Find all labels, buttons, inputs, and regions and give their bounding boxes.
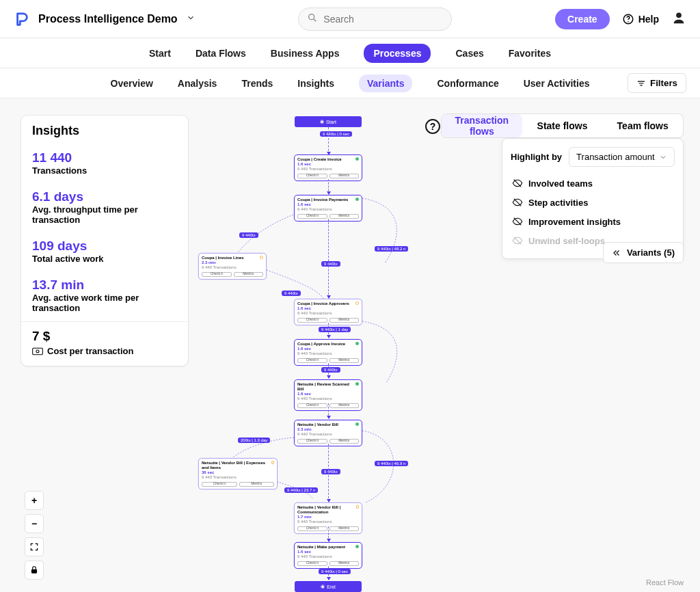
option-improvement-insights[interactable]: Improvement insights <box>511 212 675 231</box>
zoom-out-button[interactable]: − <box>25 514 44 533</box>
node-tx: 9 440 Transactions <box>297 396 359 401</box>
end-node[interactable]: ◉ End <box>295 581 362 592</box>
tab-start[interactable]: Start <box>149 48 171 59</box>
option-step-activities[interactable]: Step activities <box>511 193 675 212</box>
node-make-payment[interactable]: Netsuite | Make payment 1.6 sec 9 440 Tr… <box>294 542 362 569</box>
chip-check[interactable]: Check it <box>297 561 327 566</box>
node-time: 1.6 sec <box>297 162 359 167</box>
workspace-name[interactable]: Process Intelligence Demo <box>38 13 178 25</box>
chip-check[interactable]: Check it <box>297 174 327 178</box>
topbar: Process Intelligence Demo Create Help <box>0 0 700 38</box>
variants-button[interactable]: Variants (5) <box>603 242 684 263</box>
node-tx: 9 440 Transactions <box>297 520 359 524</box>
highlight-select[interactable]: Transaction amount <box>569 147 675 167</box>
subtab-user-activities[interactable]: User Activities <box>524 78 590 89</box>
chip-check[interactable]: Check it <box>297 526 327 531</box>
node-title: Coupa | Invoice Approvers <box>297 301 349 306</box>
chip-metrics[interactable]: Metrics <box>329 358 360 363</box>
chip-metrics[interactable]: Metrics <box>329 439 360 444</box>
node-title: Netsuite | Review Scanned Bill <box>297 382 355 392</box>
chip-metrics[interactable]: Metrics <box>329 561 360 566</box>
chip-check[interactable]: Check it <box>297 318 327 323</box>
secondary-tabs: Overview Analysis Trends Insights Varian… <box>0 68 700 98</box>
edge-label: 9 440tx | 46.9 n <box>375 461 408 466</box>
edge-label: 9 440tx <box>321 469 340 474</box>
node-time: 36 sec <box>202 470 274 475</box>
node-approve-invoice[interactable]: Coupa | Approve Invoice 1.6 sec 9 440 Tr… <box>294 339 362 366</box>
node-title: Netsuite | Vendor Bill | Communication <box>297 505 356 515</box>
subtab-conformance[interactable]: Conformance <box>437 78 498 89</box>
chip-check[interactable]: Check it <box>202 272 232 277</box>
chip-metrics[interactable]: Metrics <box>329 318 360 323</box>
subtab-variants[interactable]: Variants <box>359 75 412 92</box>
svg-rect-6 <box>31 569 37 574</box>
node-tx: 9 440 Transactions <box>297 311 359 316</box>
fit-icon <box>29 542 39 552</box>
chip-metrics[interactable]: Metrics <box>239 482 275 487</box>
chip-metrics[interactable]: Metrics <box>329 526 360 531</box>
start-node[interactable]: ◉ Start <box>295 116 362 127</box>
tab-processes[interactable]: Processes <box>364 44 431 63</box>
svg-point-3 <box>676 12 682 18</box>
edge-label: 9 440tx | 0 sec <box>319 569 351 574</box>
zoom-controls: + − <box>25 491 44 580</box>
chip-metrics[interactable]: Metrics <box>329 403 360 408</box>
money-icon <box>32 347 43 355</box>
chip-check[interactable]: Check it <box>297 214 327 219</box>
subtab-trends[interactable]: Trends <box>241 78 273 89</box>
user-avatar[interactable] <box>671 10 686 27</box>
insights-title: Insights <box>21 116 188 145</box>
chip-check[interactable]: Check it <box>297 358 327 363</box>
flow-diagram[interactable]: ◉ Start 9 440tx | 0 sec Coupa | Create I… <box>198 116 479 581</box>
tab-cases[interactable]: Cases <box>455 48 483 59</box>
flowtab-state[interactable]: State flows <box>522 114 603 137</box>
node-title: Netsuite | Make payment <box>297 545 345 550</box>
option-label: Unwind self-loops <box>528 236 605 246</box>
chip-check[interactable]: Check it <box>297 439 327 444</box>
svg-point-2 <box>628 21 629 22</box>
chip-metrics[interactable]: Metrics <box>329 214 360 219</box>
option-label: Improvement insights <box>528 217 621 227</box>
chip-check[interactable]: Check it <box>202 482 237 487</box>
chip-metrics[interactable]: Metrics <box>234 272 264 277</box>
chip-check[interactable]: Check it <box>297 403 327 408</box>
start-label: Start <box>326 120 336 124</box>
attribution: React Flow <box>646 578 684 587</box>
metric-throughput-value: 6.1 days <box>32 189 177 204</box>
eye-off-icon <box>512 178 523 189</box>
create-button[interactable]: Create <box>555 9 610 29</box>
node-title: Coupa | Approve Invoice <box>297 342 345 347</box>
help-button[interactable]: Help <box>622 13 659 25</box>
lock-button[interactable] <box>25 561 44 580</box>
node-expenses-items[interactable]: Netsuite | Vendor Bill | Expenses and It… <box>198 458 278 489</box>
option-involved-teams[interactable]: Involved teams <box>511 174 675 193</box>
tab-data-flows[interactable]: Data Flows <box>196 48 246 59</box>
node-tx: 9 440 Transactions <box>297 554 359 559</box>
node-invoice-payments[interactable]: Coupa | Invoice Payments 1.6 sec 9 440 T… <box>294 195 362 221</box>
subtab-analysis[interactable]: Analysis <box>178 78 217 89</box>
search-input-wrap[interactable] <box>298 8 452 31</box>
canvas[interactable]: Insights 11 440 Transactions 6.1 days Av… <box>0 98 700 592</box>
node-invoice-approvers[interactable]: Coupa | Invoice Approvers 1.6 sec 9 440 … <box>294 299 362 325</box>
svg-rect-4 <box>33 348 43 354</box>
tab-business-apps[interactable]: Business Apps <box>271 48 340 59</box>
zoom-in-button[interactable]: + <box>25 491 44 510</box>
edge-label: 200tx | 1.3 day <box>238 438 270 443</box>
search-input[interactable] <box>323 14 443 25</box>
lock-icon <box>29 565 39 575</box>
chip-metrics[interactable]: Metrics <box>329 174 360 178</box>
node-create-invoice[interactable]: Coupa | Create Invoice 1.6 sec 9 440 Tra… <box>294 154 362 181</box>
tab-favorites[interactable]: Favorites <box>509 48 551 59</box>
flowtab-team[interactable]: Team flows <box>602 114 683 137</box>
logo-icon <box>14 11 30 27</box>
subtab-overview[interactable]: Overview <box>111 78 153 89</box>
node-time: 1.7 min <box>297 515 359 520</box>
fit-view-button[interactable] <box>25 537 44 556</box>
filters-button[interactable]: Filters <box>628 73 686 93</box>
node-invoice-lines[interactable]: Coupa | Invoice Lines 2.3 min 9 440 Tran… <box>198 253 267 280</box>
edge-label: 9 440tx | 23.7 n <box>284 487 318 493</box>
help-icon <box>622 13 634 25</box>
node-vendor-bill[interactable]: Netsuite | Vendor Bill 2.3 min 9 440 Tra… <box>294 420 362 446</box>
chevron-down-icon[interactable] <box>186 13 196 25</box>
subtab-insights[interactable]: Insights <box>297 78 334 89</box>
